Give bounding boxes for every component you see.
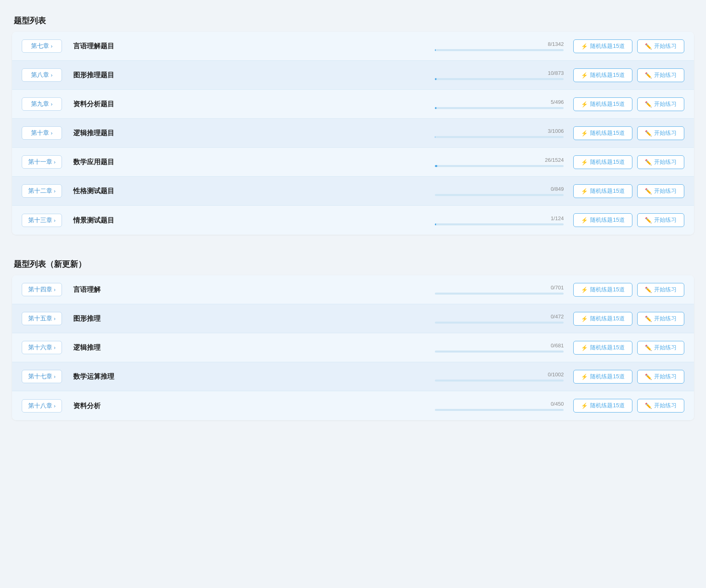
chapter-button[interactable]: 第十一章 › [22, 155, 62, 169]
chapter-button[interactable]: 第十八章 › [22, 399, 62, 413]
progress-bar-background [435, 409, 564, 411]
chapter-button[interactable]: 第七章 › [22, 39, 62, 53]
table-row: 第十一章 › 数学应用题目 26/1524 ⚡ 随机练题15道 ✏️ 开始练习 [12, 148, 694, 177]
random-practice-button[interactable]: ⚡ 随机练题15道 [573, 68, 632, 82]
pencil-icon: ✏️ [645, 72, 652, 78]
random-icon: ⚡ [581, 373, 588, 380]
chapter-button[interactable]: 第十六章 › [22, 341, 62, 354]
pencil-icon: ✏️ [645, 159, 652, 165]
chapter-button[interactable]: 第九章 › [22, 97, 62, 111]
progress-count: 0/849 [551, 186, 564, 192]
start-practice-button[interactable]: ✏️ 开始练习 [637, 155, 684, 169]
random-icon: ⚡ [581, 402, 588, 409]
table-row: 第十章 › 逻辑推理题目 3/1006 ⚡ 随机练题15道 ✏️ 开始练习 [12, 119, 694, 148]
progress-bar-fill [435, 78, 436, 80]
progress-bar-background [435, 351, 564, 353]
progress-count: 10/873 [548, 70, 564, 76]
table-row: 第十三章 › 情景测试题目 1/124 ⚡ 随机练题15道 ✏️ 开始练习 [12, 206, 694, 235]
section1-table: 第七章 › 言语理解题目 8/1342 ⚡ 随机练题15道 ✏️ 开始练习 第八… [12, 32, 694, 235]
start-practice-button[interactable]: ✏️ 开始练习 [637, 126, 684, 140]
action-buttons: ⚡ 随机练题15道 ✏️ 开始练习 [573, 97, 684, 111]
pencil-icon: ✏️ [645, 43, 652, 50]
progress-bar-background [435, 78, 564, 80]
topic-name: 情景测试题目 [73, 216, 130, 225]
topic-name: 资料分析题目 [73, 99, 130, 109]
random-practice-button[interactable]: ⚡ 随机练题15道 [573, 126, 632, 140]
action-buttons: ⚡ 随机练题15道 ✏️ 开始练习 [573, 341, 684, 355]
action-buttons: ⚡ 随机练题15道 ✏️ 开始练习 [573, 39, 684, 53]
chapter-button[interactable]: 第十七章 › [22, 370, 62, 383]
chapter-label: 第十八章 [28, 402, 52, 410]
random-practice-button[interactable]: ⚡ 随机练题15道 [573, 312, 632, 326]
start-practice-button[interactable]: ✏️ 开始练习 [637, 399, 684, 413]
pencil-icon: ✏️ [645, 345, 652, 351]
random-label: 随机练题15道 [590, 43, 625, 50]
topic-name: 图形推理题目 [73, 70, 130, 80]
random-icon: ⚡ [581, 43, 588, 50]
start-practice-button[interactable]: ✏️ 开始练习 [637, 68, 684, 82]
action-buttons: ⚡ 随机练题15道 ✏️ 开始练习 [573, 370, 684, 384]
start-label: 开始练习 [654, 373, 677, 380]
progress-bar-fill [435, 165, 437, 167]
pencil-icon: ✏️ [645, 130, 652, 136]
chapter-label: 第十四章 [28, 286, 52, 293]
progress-bar-background [435, 223, 564, 225]
start-practice-button[interactable]: ✏️ 开始练习 [637, 341, 684, 355]
random-practice-button[interactable]: ⚡ 随机练题15道 [573, 399, 632, 413]
topic-name: 言语理解 [73, 285, 130, 294]
chevron-right-icon: › [54, 316, 56, 322]
pencil-icon: ✏️ [645, 287, 652, 293]
progress-bar-background [435, 293, 564, 295]
pencil-icon: ✏️ [645, 373, 652, 380]
chapter-button[interactable]: 第十五章 › [22, 312, 62, 325]
random-label: 随机练题15道 [590, 402, 625, 409]
start-practice-button[interactable]: ✏️ 开始练习 [637, 312, 684, 326]
random-practice-button[interactable]: ⚡ 随机练题15道 [573, 283, 632, 297]
random-practice-button[interactable]: ⚡ 随机练题15道 [573, 97, 632, 111]
progress-bar-fill [435, 49, 436, 51]
random-practice-button[interactable]: ⚡ 随机练题15道 [573, 341, 632, 355]
start-label: 开始练习 [654, 43, 677, 50]
chapter-button[interactable]: 第十二章 › [22, 184, 62, 198]
pencil-icon: ✏️ [645, 188, 652, 194]
random-practice-button[interactable]: ⚡ 随机练题15道 [573, 184, 632, 198]
random-practice-button[interactable]: ⚡ 随机练题15道 [573, 213, 632, 227]
table-row: 第十四章 › 言语理解 0/701 ⚡ 随机练题15道 ✏️ 开始练习 [12, 275, 694, 304]
start-practice-button[interactable]: ✏️ 开始练习 [637, 97, 684, 111]
start-practice-button[interactable]: ✏️ 开始练习 [637, 370, 684, 384]
start-practice-button[interactable]: ✏️ 开始练习 [637, 184, 684, 198]
random-practice-button[interactable]: ⚡ 随机练题15道 [573, 370, 632, 384]
random-label: 随机练题15道 [590, 286, 625, 293]
topic-name: 图形推理 [73, 314, 130, 323]
random-practice-button[interactable]: ⚡ 随机练题15道 [573, 155, 632, 169]
chapter-label: 第十五章 [28, 315, 52, 322]
progress-count: 0/472 [551, 314, 564, 320]
pencil-icon: ✏️ [645, 402, 652, 409]
progress-bar-background [435, 194, 564, 196]
chapter-label: 第十一章 [28, 158, 52, 166]
chevron-right-icon: › [54, 287, 56, 293]
chapter-button[interactable]: 第十章 › [22, 126, 62, 140]
table-row: 第十八章 › 资料分析 0/450 ⚡ 随机练题15道 ✏️ 开始练习 [12, 391, 694, 420]
random-practice-button[interactable]: ⚡ 随机练题15道 [573, 39, 632, 53]
action-buttons: ⚡ 随机练题15道 ✏️ 开始练习 [573, 155, 684, 169]
chevron-right-icon: › [54, 345, 56, 351]
topic-name: 逻辑推理题目 [73, 128, 130, 138]
start-practice-button[interactable]: ✏️ 开始练习 [637, 39, 684, 53]
action-buttons: ⚡ 随机练题15道 ✏️ 开始练习 [573, 283, 684, 297]
table-row: 第八章 › 图形推理题目 10/873 ⚡ 随机练题15道 ✏️ 开始练习 [12, 61, 694, 90]
chapter-label: 第十章 [31, 129, 49, 137]
chevron-right-icon: › [51, 43, 52, 49]
random-label: 随机练题15道 [590, 217, 625, 224]
chapter-button[interactable]: 第十四章 › [22, 283, 62, 296]
chapter-button[interactable]: 第十三章 › [22, 214, 62, 227]
section2-table: 第十四章 › 言语理解 0/701 ⚡ 随机练题15道 ✏️ 开始练习 第十五章… [12, 275, 694, 420]
chapter-button[interactable]: 第八章 › [22, 68, 62, 82]
start-practice-button[interactable]: ✏️ 开始练习 [637, 283, 684, 297]
action-buttons: ⚡ 随机练题15道 ✏️ 开始练习 [573, 399, 684, 413]
progress-count: 5/496 [551, 99, 564, 105]
start-practice-button[interactable]: ✏️ 开始练习 [637, 213, 684, 227]
progress-count: 3/1006 [548, 128, 564, 134]
progress-area: 8/1342 [136, 41, 564, 51]
chapter-label: 第十三章 [28, 217, 52, 224]
